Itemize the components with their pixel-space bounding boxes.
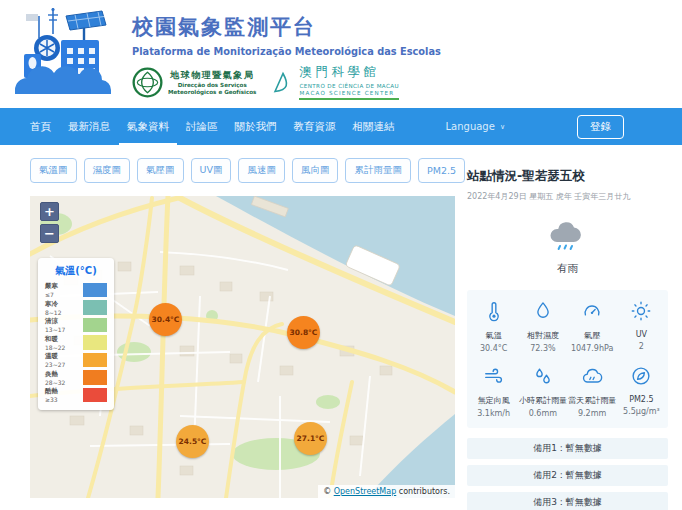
legend-range: 23~27 xyxy=(45,361,81,368)
temp-marker[interactable]: 24.5°C xyxy=(176,425,209,458)
rain-hour-icon xyxy=(532,365,554,387)
weather-map[interactable]: + − 氣溫(°C) 嚴寒≤7寒冷8~12清涼13~17和暖18~22溫暖23~… xyxy=(30,196,455,498)
header-text: 校園氣象監測平台 Plataforma de Monitorização Met… xyxy=(132,0,441,108)
map-layer-tab[interactable]: 氣壓圖 xyxy=(137,158,184,183)
zoom-out-button[interactable]: − xyxy=(40,224,59,243)
legend-swatch xyxy=(83,370,107,385)
stat-value: 0.6mm xyxy=(518,409,567,418)
legend-category-name: 和暖 xyxy=(45,335,81,344)
msc-name-en: MACAO SCIENCE CENTER xyxy=(299,90,399,96)
map-zoom-control: + − xyxy=(40,202,59,246)
legend-row: 寒冷8~12 xyxy=(45,300,107,316)
legend-category-name: 炎熱 xyxy=(45,370,81,379)
osm-link[interactable]: OpenStreetMap xyxy=(334,487,397,496)
msc-shell-icon xyxy=(272,70,294,95)
wind-icon xyxy=(483,365,505,387)
spare-sensors: 備用1：暫無數據備用2：暫無數據備用3：暫無數據 xyxy=(467,438,668,510)
stat-label: 無定向風 xyxy=(469,395,518,406)
page-subtitle: Plataforma de Monitorização Meteorológic… xyxy=(132,46,441,57)
legend-range: 8~12 xyxy=(45,309,81,316)
zoom-in-button[interactable]: + xyxy=(40,202,59,221)
stat-label: 氣壓 xyxy=(568,330,617,341)
site-logo xyxy=(8,0,126,108)
nav-items: 首頁最新消息氣象資料討論區關於我們教育資源相關連結 xyxy=(30,108,412,145)
weather-stat: 相對濕度72.3% xyxy=(518,300,567,353)
smg-name-pt1: Direcção dos Serviços xyxy=(168,82,256,89)
temp-marker[interactable]: 30.8°C xyxy=(287,316,320,349)
smg-globe-icon xyxy=(132,67,163,98)
rain-day-icon xyxy=(581,365,603,387)
nav-item-link[interactable]: 相關連結 xyxy=(353,108,395,145)
legend-label: 寒冷8~12 xyxy=(45,300,81,316)
legend-label: 炎熱28~32 xyxy=(45,370,81,386)
temp-marker[interactable]: 30.4°C xyxy=(149,303,182,336)
spare-sensor-row: 備用1：暫無數據 xyxy=(467,438,668,459)
legend-category-name: 嚴寒 xyxy=(45,282,81,291)
stat-value: 3.1km/h xyxy=(469,409,518,418)
station-title: 站點情況-聖若瑟五校 xyxy=(467,168,668,185)
smg-name-pt2: Meteorológicos e Geofísicos xyxy=(168,89,256,96)
weather-stat: 氣壓1047.9hPa xyxy=(568,300,617,353)
legend-label: 和暖18~22 xyxy=(45,335,81,351)
msc-logo: 澳門科學館 CENTRO DE CIÊNCIA DE MACAU MACAO S… xyxy=(272,64,399,100)
legend-category-name: 酷熱 xyxy=(45,387,81,396)
copyright-symbol: © xyxy=(323,487,331,496)
legend-label: 溫暖23~27 xyxy=(45,352,81,368)
legend-category-name: 清涼 xyxy=(45,317,81,326)
nav-item-link[interactable]: 關於我們 xyxy=(235,108,277,145)
stat-value: 1047.9hPa xyxy=(568,344,617,353)
stat-value: 5.5μg/m³ xyxy=(617,407,666,416)
map-layer-tab[interactable]: 風向圖 xyxy=(292,158,339,183)
layer-tabs: 氣溫圖濕度圖氣壓圖UV圖風速圖風向圖累計雨量圖PM2.5 xyxy=(30,158,455,183)
map-attribution: © OpenStreetMap contributors. xyxy=(318,485,455,498)
stat-value: 9.2mm xyxy=(568,409,617,418)
main-nav: 首頁最新消息氣象資料討論區關於我們教育資源相關連結 Language ∨ 登錄 xyxy=(0,108,682,145)
uv-icon xyxy=(630,300,652,322)
map-layer-tab[interactable]: 風速圖 xyxy=(238,158,285,183)
login-button[interactable]: 登錄 xyxy=(577,115,624,139)
stat-value: 30.4°C xyxy=(469,344,518,353)
stat-label: 相對濕度 xyxy=(518,330,567,341)
legend-label: 清涼13~17 xyxy=(45,317,81,333)
map-layer-tab[interactable]: PM2.5 xyxy=(418,158,465,183)
legend-row: 酷熱≥33 xyxy=(45,387,107,403)
current-weather: 有雨 xyxy=(467,218,668,276)
legend-range: 28~32 xyxy=(45,379,81,386)
page-title: 校園氣象監測平台 xyxy=(132,13,441,41)
stat-value: 2 xyxy=(617,342,666,351)
language-dropdown[interactable]: Language ∨ xyxy=(446,108,505,145)
legend-category-name: 溫暖 xyxy=(45,352,81,361)
humidity-icon xyxy=(532,300,554,322)
weather-stat: UV2 xyxy=(617,300,666,353)
legend-swatch xyxy=(83,335,107,350)
spare-sensor-row: 備用3：暫無數據 xyxy=(467,492,668,510)
map-layer-tab[interactable]: 濕度圖 xyxy=(84,158,131,183)
chevron-down-icon: ∨ xyxy=(500,123,505,131)
station-date: 2022年4月29日 星期五 虎年 壬寅年三月廿九 xyxy=(467,191,668,202)
page-header: 校園氣象監測平台 Plataforma de Monitorização Met… xyxy=(0,0,682,108)
map-layer-tab[interactable]: 氣溫圖 xyxy=(30,158,77,183)
temp-marker[interactable]: 27.1°C xyxy=(294,422,327,455)
legend-row: 和暖18~22 xyxy=(45,335,107,351)
nav-item-active[interactable]: 氣象資料 xyxy=(127,108,169,145)
smg-text: 地球物理暨氣象局 Direcção dos Serviços Meteoroló… xyxy=(168,69,256,96)
legend-category-name: 寒冷 xyxy=(45,300,81,309)
stat-label: PM2.5 xyxy=(617,395,666,404)
stat-label: 氣溫 xyxy=(469,330,518,341)
legend-label: 酷熱≥33 xyxy=(45,387,81,403)
spare-sensor-row: 備用2：暫無數據 xyxy=(467,465,668,486)
nav-item-link[interactable]: 教育資源 xyxy=(294,108,336,145)
attribution-suffix: contributors. xyxy=(399,487,450,496)
smg-name-zh: 地球物理暨氣象局 xyxy=(168,69,256,82)
nav-item-link[interactable]: 最新消息 xyxy=(68,108,110,145)
smg-logo: 地球物理暨氣象局 Direcção dos Serviços Meteoroló… xyxy=(132,67,256,98)
legend-range: 18~22 xyxy=(45,344,81,351)
map-layer-tab[interactable]: 累計雨量圖 xyxy=(345,158,411,183)
legend-range: ≤7 xyxy=(45,291,81,298)
nav-item-link[interactable]: 首頁 xyxy=(30,108,51,145)
nav-item-link[interactable]: 討論區 xyxy=(186,108,218,145)
main-content: 氣溫圖濕度圖氣壓圖UV圖風速圖風向圖累計雨量圖PM2.5 xyxy=(0,145,682,510)
temperature-legend: 氣溫(°C) 嚴寒≤7寒冷8~12清涼13~17和暖18~22溫暖23~27炎熱… xyxy=(38,258,114,410)
weather-stat: 小時累計雨量0.6mm xyxy=(518,365,567,418)
map-layer-tab[interactable]: UV圖 xyxy=(191,158,232,183)
